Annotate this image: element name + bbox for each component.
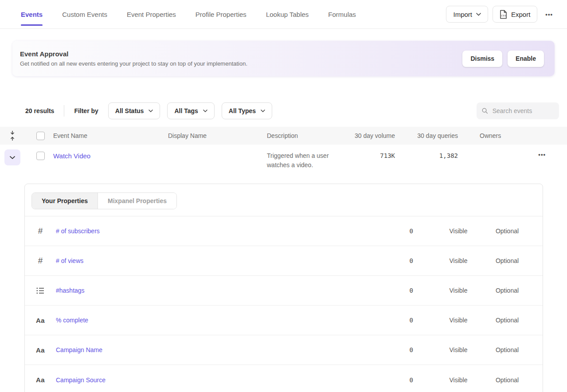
types-filter-label: All Types [229,107,256,114]
event-approval-banner: Event Approval Get notified on all new e… [12,41,555,76]
top-actions: Import csv Export ••• [446,6,556,23]
tab-profile-properties[interactable]: Profile Properties [196,9,246,20]
property-visibility: Visible [434,376,483,384]
search-icon [482,107,488,114]
chevron-down-icon [203,110,207,112]
import-button-label: Import [453,11,472,18]
queries-value: 1,382 [439,152,458,159]
event-name-link[interactable]: Watch Video [53,152,90,160]
tab-mixpanel-properties[interactable]: Mixpanel Properties [98,193,176,209]
property-visibility: Visible [434,257,483,264]
events-table-header: Event Name Display Name Description 30 d… [0,127,567,145]
event-row-watch-video[interactable]: Watch Video Triggered when a user watche… [0,145,567,178]
property-count: 0 [410,257,413,264]
select-all-checkbox[interactable] [36,132,45,140]
chevron-down-icon [476,13,481,16]
lexicon-page: Events Custom Events Event Properties Pr… [0,0,567,392]
property-row[interactable]: Aa Campaign Name 0 Visible Optional [25,335,543,365]
property-name-link[interactable]: #hashtags [56,287,369,294]
column-30-day-volume[interactable]: 30 day volume [352,132,395,139]
dismiss-button[interactable]: Dismiss [462,51,502,67]
property-row[interactable]: Aa % complete 0 Visible Optional [25,306,543,335]
column-description[interactable]: Description [267,132,352,139]
volume-value: 713K [380,152,395,159]
property-visibility: Visible [434,227,483,235]
chevron-down-icon [10,156,15,159]
property-name-link[interactable]: # of subscribers [56,227,369,235]
property-count: 0 [410,317,413,324]
row-more-options-icon[interactable]: ••• [535,149,549,160]
search-box[interactable] [477,102,559,119]
chevron-down-icon [149,110,153,112]
column-event-name[interactable]: Event Name [53,132,168,139]
banner-actions: Dismiss Enable [462,51,544,67]
property-name-link[interactable]: Campaign Source [56,376,369,384]
export-button[interactable]: csv Export [493,6,537,23]
tags-filter-dropdown[interactable]: All Tags [167,102,214,119]
property-requirement: Optional [483,287,532,294]
tab-lookup-tables[interactable]: Lookup Tables [266,9,309,20]
property-visibility: Visible [434,287,483,294]
tab-formulas[interactable]: Formulas [328,9,356,20]
property-count: 0 [410,346,413,353]
property-requirement: Optional [483,346,532,353]
tab-events[interactable]: Events [21,9,43,20]
property-count: 0 [410,376,413,384]
column-owners[interactable]: Owners [458,132,524,139]
display-name-cell [168,145,267,178]
property-row[interactable]: # # of views 0 Visible Optional [25,246,543,276]
banner-subtitle: Get notified on all new events entering … [20,60,247,67]
tab-event-properties[interactable]: Event Properties [127,9,176,20]
property-row[interactable]: #hashtags 0 Visible Optional [25,276,543,306]
banner-title: Event Approval [20,50,247,58]
property-count: 0 [410,287,413,294]
property-visibility: Visible [434,346,483,353]
filter-dropdowns: All Status All Tags All Types [108,102,272,119]
filter-by-label: Filter by [74,107,98,114]
text-type-icon: Aa [36,376,45,384]
property-count: 0 [410,227,413,235]
svg-text:csv: csv [501,13,506,16]
list-type-icon [36,287,44,294]
types-filter-dropdown[interactable]: All Types [222,102,272,119]
text-type-icon: Aa [36,346,45,354]
properties-panel: Your Properties Mixpanel Properties # # … [24,184,543,392]
tab-your-properties[interactable]: Your Properties [32,193,98,209]
divider [64,105,64,117]
property-name-link[interactable]: % complete [56,317,369,324]
tab-custom-events[interactable]: Custom Events [62,9,107,20]
property-name-link[interactable]: # of views [56,257,369,264]
properties-tabbar: Your Properties Mixpanel Properties [25,184,543,216]
owners-cell [458,145,524,178]
property-row[interactable]: # # of subscribers 0 Visible Optional [25,216,543,246]
property-row[interactable]: Aa Campaign Source 0 Visible Optional [25,365,543,392]
import-button[interactable]: Import [446,6,488,23]
property-requirement: Optional [483,227,532,235]
collapse-row-button[interactable] [4,149,20,165]
banner-text: Event Approval Get notified on all new e… [20,50,247,67]
numeric-type-icon: # [38,256,43,266]
status-filter-label: All Status [115,107,144,114]
more-options-icon[interactable]: ••• [542,9,556,20]
status-filter-dropdown[interactable]: All Status [108,102,160,119]
column-30-day-queries[interactable]: 30 day queries [395,132,458,139]
column-display-name[interactable]: Display Name [168,132,267,139]
property-requirement: Optional [483,257,532,264]
row-checkbox[interactable] [36,152,45,160]
property-name-link[interactable]: Campaign Name [56,346,369,353]
collapse-rows-icon[interactable] [9,130,16,141]
nav-tabs: Events Custom Events Event Properties Pr… [21,9,356,20]
export-button-label: Export [511,11,530,18]
properties-tab-switcher: Your Properties Mixpanel Properties [31,192,177,209]
csv-file-icon: csv [500,10,507,19]
top-nav-bar: Events Custom Events Event Properties Pr… [0,0,567,29]
property-visibility: Visible [434,317,483,324]
search-input[interactable] [493,107,554,114]
results-count: 20 results [25,107,54,114]
event-description: Triggered when a user watches a video. [267,151,352,170]
collapse-all-cell [0,130,25,141]
filter-row: 20 results Filter by All Status All Tags… [0,102,567,119]
enable-button[interactable]: Enable [508,51,544,67]
property-requirement: Optional [483,317,532,324]
numeric-type-icon: # [38,226,43,236]
